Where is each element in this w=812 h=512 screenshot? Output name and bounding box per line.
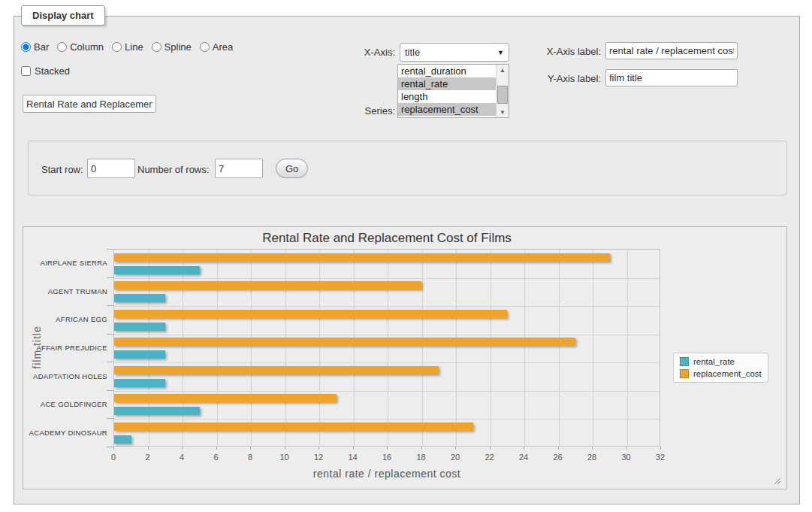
resize-handle-icon[interactable] <box>773 477 780 484</box>
x-axis-tick-label: 2 <box>133 453 163 462</box>
go-button[interactable]: Go <box>276 159 308 178</box>
chart-type-radio-line[interactable] <box>112 42 122 52</box>
x-axis-tick-label: 10 <box>270 453 300 462</box>
chart-type-option-area[interactable]: Area <box>200 41 233 53</box>
bar-replacement_cost[interactable] <box>114 423 473 431</box>
bar-replacement_cost[interactable] <box>114 253 610 262</box>
y-axis-tick <box>107 447 113 447</box>
x-axis-tick <box>318 447 319 450</box>
chart-type-radio-bar[interactable] <box>21 42 31 52</box>
category-label: ACE GOLDFINGER <box>23 390 107 419</box>
chart-type-option-spline[interactable]: Spline <box>152 41 192 53</box>
series-option-replacement_cost[interactable]: replacement_cost <box>398 103 496 116</box>
category-label: ACADEMY DINOSAUR <box>23 418 107 447</box>
legend-swatch-icon <box>680 357 689 366</box>
bar-replacement_cost[interactable] <box>114 366 439 374</box>
gridline <box>491 250 491 446</box>
gridline <box>422 250 423 446</box>
bar-rental_rate[interactable] <box>114 323 165 331</box>
category-label: AFRICAN EGG <box>23 305 107 334</box>
x-axis-tick <box>387 447 388 450</box>
x-axis-tick <box>558 447 559 450</box>
gridline <box>559 250 560 446</box>
gridline <box>114 306 660 307</box>
bar-rental_rate[interactable] <box>114 407 200 415</box>
stacked-label: Stacked <box>35 65 70 77</box>
chart-type-radio-area[interactable] <box>200 42 210 52</box>
x-axis-tick <box>353 447 354 450</box>
x-axis-tick-label: 24 <box>509 453 539 462</box>
start-row-input[interactable] <box>87 159 135 178</box>
x-axis-label-input[interactable] <box>605 42 738 59</box>
scroll-up-icon[interactable]: ▲ <box>497 65 509 75</box>
chart-type-radio-spline[interactable] <box>152 42 161 52</box>
gridline <box>354 250 355 446</box>
category-label: AGENT TRUMAN <box>23 277 107 306</box>
series-option-length[interactable]: length <box>398 90 496 103</box>
x-axis-tick-label: 30 <box>611 453 641 462</box>
gridline <box>114 419 660 420</box>
chart-type-option-line[interactable]: Line <box>112 41 143 53</box>
gridline <box>456 250 457 446</box>
x-axis-select[interactable]: title ▼ <box>400 43 509 62</box>
gridline <box>114 391 660 392</box>
gridline <box>149 250 149 446</box>
series-options: rental_durationrental_ratelengthreplacem… <box>398 65 496 117</box>
y-axis-tick <box>107 249 113 250</box>
chart-type-option-label: Spline <box>165 41 192 53</box>
x-axis-tick <box>592 447 593 450</box>
gridline <box>217 250 218 446</box>
x-axis-tick-label: 0 <box>98 453 128 462</box>
x-axis-tick-label: 20 <box>440 453 470 462</box>
chevron-down-icon: ▼ <box>497 49 504 56</box>
x-axis-tick-label: 18 <box>406 453 436 462</box>
chart-type-radio-column[interactable] <box>57 42 67 52</box>
category-label: AIRPLANE SIERRA <box>23 249 107 277</box>
bar-rental_rate[interactable] <box>114 266 200 274</box>
stacked-checkbox[interactable] <box>21 66 31 76</box>
chart-title-input[interactable] <box>23 95 156 113</box>
chart-type-option-bar[interactable]: Bar <box>21 41 49 53</box>
y-axis-tick <box>107 305 113 306</box>
gridline <box>593 250 593 446</box>
y-axis-label-input[interactable] <box>605 69 738 86</box>
legend-item-rental_rate[interactable]: rental_rate <box>680 357 762 366</box>
gridline <box>388 250 388 446</box>
x-axis-tick-label: 6 <box>201 453 231 462</box>
x-axis-tick-label: 12 <box>303 453 334 462</box>
x-axis-tick-label: 14 <box>338 453 368 462</box>
chart-x-axis-title: rental rate / replacement cost <box>113 468 660 480</box>
x-axis-tick-label: 4 <box>167 453 197 462</box>
legend-label: rental_rate <box>693 357 735 366</box>
chart-type-option-column[interactable]: Column <box>57 41 104 53</box>
bar-rental_rate[interactable] <box>114 294 165 302</box>
y-axis-tick <box>107 362 113 362</box>
y-axis-label-label: Y-Axis label: <box>526 73 601 84</box>
series-select-label: Series: <box>320 105 395 117</box>
scroll-down-icon[interactable]: ▼ <box>497 107 509 117</box>
legend-label: replacement_cost <box>693 369 762 378</box>
legend-item-replacement_cost[interactable]: replacement_cost <box>680 369 762 378</box>
num-rows-input[interactable] <box>215 159 263 178</box>
series-multiselect[interactable]: rental_durationrental_ratelengthreplacem… <box>397 64 509 118</box>
bar-rental_rate[interactable] <box>114 435 131 444</box>
x-axis-tick <box>216 447 217 450</box>
bar-rental_rate[interactable] <box>114 350 165 359</box>
bar-replacement_cost[interactable] <box>114 394 337 402</box>
x-axis-tick <box>148 447 149 450</box>
stacked-checkbox-row[interactable]: Stacked <box>21 65 70 77</box>
x-axis-tick-label: 16 <box>372 453 402 462</box>
gridline <box>114 335 660 335</box>
chart-panel: Rental Rate and Replacement Cost of Film… <box>23 226 787 489</box>
series-option-rental_duration[interactable]: rental_duration <box>398 65 496 77</box>
scrollbar-thumb[interactable] <box>497 86 508 104</box>
y-axis-tick <box>107 418 113 419</box>
plot-area <box>113 249 660 447</box>
series-scrollbar[interactable]: ▲ ▼ <box>496 65 509 117</box>
bar-replacement_cost[interactable] <box>114 338 575 346</box>
bar-rental_rate[interactable] <box>114 379 165 387</box>
series-option-rental_rate[interactable]: rental_rate <box>398 77 496 90</box>
bar-replacement_cost[interactable] <box>114 310 507 318</box>
bar-replacement_cost[interactable] <box>114 281 421 289</box>
x-axis-tick-label: 28 <box>577 453 607 462</box>
